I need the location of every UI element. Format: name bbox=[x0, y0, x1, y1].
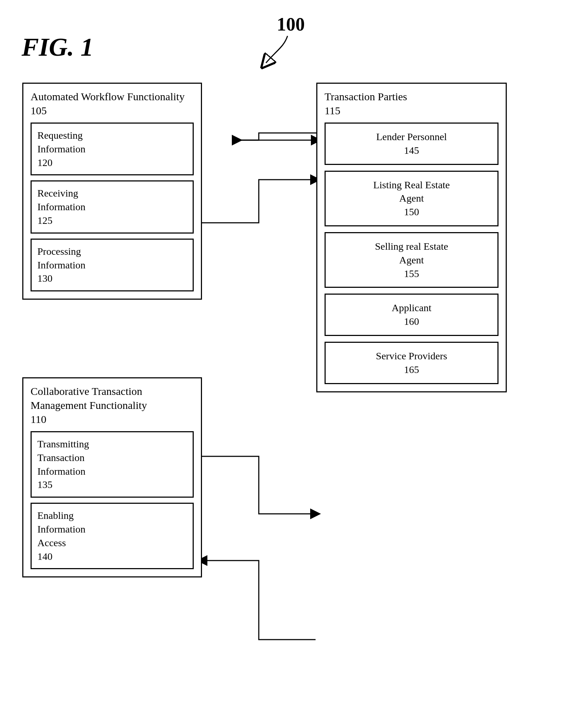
transaction-parties-box: Transaction Parties 115 Lender Personnel… bbox=[316, 83, 507, 392]
automated-workflow-title: Automated Workflow Functionality 105 bbox=[31, 89, 194, 117]
processing-info-text: ProcessingInformation130 bbox=[37, 245, 187, 285]
receiving-info-text: ReceivingInformation125 bbox=[37, 186, 187, 227]
lender-personnel-box: Lender Personnel145 bbox=[325, 123, 499, 165]
applicant-box: Applicant160 bbox=[325, 294, 499, 336]
processing-info-box: ProcessingInformation130 bbox=[31, 239, 194, 291]
applicant-text: Applicant160 bbox=[331, 301, 492, 328]
lender-personnel-text: Lender Personnel145 bbox=[331, 130, 492, 157]
automated-workflow-box: Automated Workflow Functionality 105 Req… bbox=[22, 83, 202, 300]
transaction-parties-title: Transaction Parties 115 bbox=[325, 89, 499, 117]
service-providers-text: Service Providers165 bbox=[331, 349, 492, 377]
transmitting-info-box: TransmittingTransactionInformation135 bbox=[31, 431, 194, 498]
transmitting-info-text: TransmittingTransactionInformation135 bbox=[37, 437, 187, 492]
page: FIG. 1 100 bbox=[0, 0, 588, 705]
selling-agent-box: Selling real EstateAgent155 bbox=[325, 232, 499, 288]
listing-agent-box: Listing Real EstateAgent150 bbox=[325, 171, 499, 226]
requesting-info-text: RequestingInformation120 bbox=[37, 129, 187, 169]
service-providers-box: Service Providers165 bbox=[325, 342, 499, 384]
requesting-info-box: RequestingInformation120 bbox=[31, 123, 194, 175]
ref-100: 100 bbox=[277, 14, 305, 35]
enabling-info-text: EnablingInformationAccess140 bbox=[37, 509, 187, 563]
figure-label: FIG. 1 bbox=[22, 32, 93, 62]
collaborative-tx-title: Collaborative Transaction Management Fun… bbox=[31, 384, 194, 426]
collaborative-tx-box: Collaborative Transaction Management Fun… bbox=[22, 377, 202, 577]
receiving-info-box: ReceivingInformation125 bbox=[31, 180, 194, 233]
selling-agent-text: Selling real EstateAgent155 bbox=[331, 240, 492, 280]
listing-agent-text: Listing Real EstateAgent150 bbox=[331, 178, 492, 219]
enabling-info-box: EnablingInformationAccess140 bbox=[31, 503, 194, 569]
